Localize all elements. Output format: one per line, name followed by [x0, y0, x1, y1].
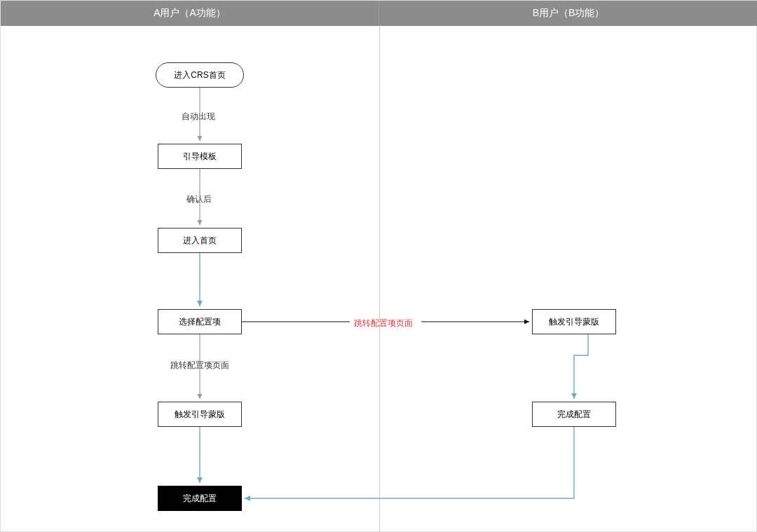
- node-start: 进入CRS首页: [156, 62, 244, 88]
- swimlane-header-b: B用户（B功能）: [379, 1, 757, 26]
- node-guide-template: 引导模板: [158, 144, 242, 169]
- node-finish-config: 完成配置: [158, 486, 242, 511]
- node-select-config: 选择配置项: [158, 309, 242, 334]
- node-trigger-guide-left: 触发引导蒙版: [158, 402, 242, 427]
- swimlane-header-a: A用户（A功能）: [1, 1, 379, 26]
- node-enter-home: 进入首页: [158, 228, 242, 253]
- edge-label-jump-left: 跳转配置项页面: [170, 360, 229, 371]
- diagram-canvas: A用户（A功能） B用户（B功能） 进入CRS首页 引导模板 进入首页 选择配置…: [0, 0, 757, 532]
- node-finish-config-right: 完成配置: [532, 402, 616, 427]
- edge-label-auto-appear: 自动出现: [182, 111, 215, 123]
- edge-label-after-confirm: 确认后: [186, 193, 212, 205]
- node-trigger-guide-right: 触发引导蒙版: [532, 309, 616, 334]
- edge-label-jump-center: 跳转配置项页面: [354, 318, 413, 329]
- swimlane-divider: [379, 26, 380, 532]
